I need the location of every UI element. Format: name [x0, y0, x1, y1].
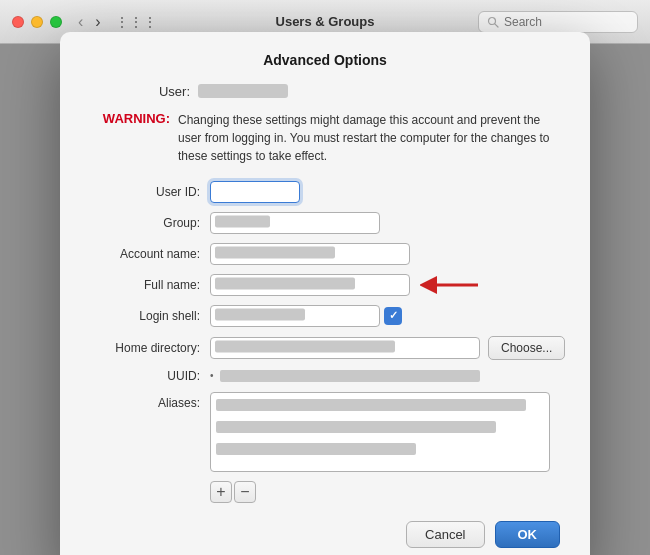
plus-minus-row: + − — [210, 481, 560, 503]
search-box[interactable] — [478, 11, 638, 33]
dialog-footer: Cancel OK — [90, 521, 560, 548]
minimize-button[interactable] — [31, 16, 43, 28]
user-value — [198, 84, 288, 98]
maximize-button[interactable] — [50, 16, 62, 28]
ok-button[interactable]: OK — [495, 521, 561, 548]
dialog-title: Advanced Options — [90, 52, 560, 68]
remove-alias-button[interactable]: − — [234, 481, 256, 503]
warning-text: Changing these settings might damage thi… — [178, 111, 560, 165]
login-shell-dropdown[interactable] — [384, 307, 402, 325]
uuid-label: UUID: — [90, 369, 210, 383]
search-input[interactable] — [504, 15, 629, 29]
user-row: User: — [90, 84, 560, 99]
red-arrow — [420, 271, 480, 299]
user-id-input[interactable] — [210, 181, 300, 203]
aliases-box[interactable] — [210, 392, 550, 472]
login-shell-input[interactable] — [210, 305, 380, 327]
account-name-row: Account name: — [90, 243, 560, 265]
aliases-content — [210, 392, 550, 472]
alias-line-3 — [216, 443, 416, 455]
login-shell-label: Login shell: — [90, 309, 210, 323]
uuid-row: UUID: • — [90, 369, 560, 383]
close-button[interactable] — [12, 16, 24, 28]
full-name-label: Full name: — [90, 278, 210, 292]
warning-box: WARNING: Changing these settings might d… — [90, 111, 560, 165]
account-name-label: Account name: — [90, 247, 210, 261]
home-directory-input[interactable] — [210, 337, 480, 359]
aliases-row: Aliases: — [90, 392, 560, 472]
user-label: User: — [90, 84, 190, 99]
user-id-row: User ID: — [90, 181, 560, 203]
uuid-bullet: • — [210, 370, 214, 381]
back-button[interactable]: ‹ — [74, 12, 87, 32]
login-shell-select-row — [210, 305, 402, 327]
user-id-label: User ID: — [90, 185, 210, 199]
login-shell-row: Login shell: — [90, 305, 560, 327]
choose-button[interactable]: Choose... — [488, 336, 565, 360]
nav-buttons: ‹ › — [74, 12, 105, 32]
group-label: Group: — [90, 216, 210, 230]
advanced-options-dialog: Advanced Options User: WARNING: Changing… — [60, 32, 590, 556]
modal-overlay: Advanced Options User: WARNING: Changing… — [0, 44, 650, 555]
warning-label: WARNING: — [90, 111, 170, 126]
search-icon — [487, 16, 499, 28]
account-name-input[interactable] — [210, 243, 410, 265]
uuid-value: • — [210, 370, 480, 382]
full-name-row: Full name: — [90, 274, 560, 296]
cancel-button[interactable]: Cancel — [406, 521, 484, 548]
window-title: Users & Groups — [276, 14, 375, 29]
alias-line-1 — [216, 399, 526, 411]
group-row: Group: — [90, 212, 560, 234]
forward-button[interactable]: › — [91, 12, 104, 32]
grid-icon: ⋮⋮⋮ — [115, 14, 157, 30]
uuid-blurred — [220, 370, 480, 382]
alias-line-2 — [216, 421, 496, 433]
add-alias-button[interactable]: + — [210, 481, 232, 503]
aliases-label: Aliases: — [90, 392, 210, 410]
home-directory-label: Home directory: — [90, 341, 210, 355]
home-directory-row: Home directory: Choose... — [90, 336, 560, 360]
home-directory-input-row: Choose... — [210, 336, 565, 360]
svg-line-1 — [495, 23, 498, 26]
full-name-input[interactable] — [210, 274, 410, 296]
group-input[interactable] — [210, 212, 380, 234]
traffic-lights — [12, 16, 62, 28]
